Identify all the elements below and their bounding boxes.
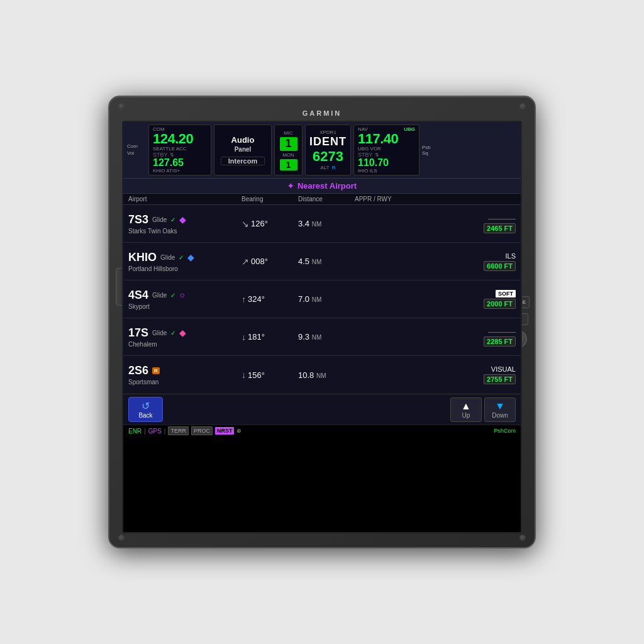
bearing-col: ↘ 126° — [242, 219, 298, 229]
main-screen: ComVol COM 124.20 SEATTLE ACC STBY ⇅ 127… — [122, 121, 522, 533]
appr-dashes: ———— — [488, 214, 516, 222]
soft-badge: SOFT — [496, 290, 516, 297]
table-row[interactable]: 17S Glide ✓ ◆ Chehalem ↓ 181° 9.3 NM ———… — [123, 318, 521, 356]
bearing-arrow: ↑ — [242, 294, 246, 304]
airport-name: Skyport — [128, 303, 242, 310]
airport-id-row: 7S3 Glide ✓ ◆ — [128, 213, 242, 226]
bearing-value: 008° — [251, 257, 268, 266]
appr-ft: 2000 FT — [484, 299, 516, 309]
airport-info: 4S4 Glide ✓ ○ Skyport — [128, 289, 242, 310]
nav-stby-freq: 110.70 — [358, 158, 415, 168]
airport-name: Sportsman — [128, 379, 242, 386]
table-row[interactable]: KHIO Glide ✓ ◆ Portland Hillsboro ↗ 008°… — [123, 243, 521, 280]
status-enr: ENR — [128, 428, 142, 435]
audio-panel-button[interactable]: Audio Panel Intercom — [214, 125, 272, 175]
brand-label: GARMIN — [122, 109, 522, 117]
glide-label: Glide — [152, 330, 167, 336]
distance-value: 7.0 — [298, 294, 309, 304]
airport-info: KHIO Glide ✓ ◆ Portland Hillsboro — [128, 251, 242, 272]
distance-col: 10.8 NM — [298, 370, 355, 380]
airport-name: Portland Hillsboro — [128, 265, 242, 272]
glide-label: Glide — [152, 292, 167, 299]
glide-check: ✓ — [179, 254, 184, 261]
bearing-value: 181° — [248, 332, 265, 341]
nav-buttons: ▲ Up ▼ Down — [450, 397, 516, 422]
screw-br — [519, 535, 526, 541]
col-airport: Airport — [128, 196, 242, 203]
xpdr-alt: ALT R — [321, 165, 336, 170]
appr-type: VISUAL — [491, 365, 516, 373]
down-button[interactable]: ▼ Down — [484, 397, 516, 422]
nm-unit: NM — [312, 221, 322, 228]
appr-ft: 2755 FT — [484, 374, 516, 384]
glide-check: ✓ — [170, 330, 175, 336]
table-row[interactable]: 7S3 Glide ✓ ◆ Starks Twin Oaks ↘ 126° 3.… — [123, 205, 521, 243]
airport-id-row: KHIO Glide ✓ ◆ — [128, 251, 242, 264]
glide-check: ✓ — [170, 216, 175, 223]
nav-stby-station: IHIO ILS — [358, 168, 415, 174]
com-stby-freq: 127.65 — [153, 158, 207, 168]
bearing-arrow: ↗ — [242, 257, 249, 267]
appr-ft: 2285 FT — [484, 336, 516, 347]
com-freq-block[interactable]: COM 124.20 SEATTLE ACC STBY ⇅ 127.65 KHI… — [148, 125, 211, 175]
appr-col: SOFT 2000 FT — [355, 290, 516, 309]
table-row[interactable]: 2S6 R Sportsman ↓ 156° 10.8 NM VISUAL 27… — [123, 356, 521, 394]
nm-unit: NM — [312, 296, 322, 303]
col-appr: APPR / RWY — [355, 196, 516, 203]
nav-station-code: UBG — [404, 126, 415, 132]
bearing-col: ↓ 156° — [242, 370, 298, 380]
down-arrow-icon: ▼ — [495, 401, 505, 412]
table-row[interactable]: 4S4 Glide ✓ ○ Skyport ↑ 324° 7.0 NM SOFT… — [123, 280, 521, 318]
up-arrow-icon: ▲ — [461, 401, 471, 412]
bearing-value: 126° — [251, 219, 268, 228]
table-header: Airport Bearing Distance APPR / RWY — [123, 194, 521, 205]
screw-tl — [118, 103, 125, 109]
airport-id: 4S4 — [128, 289, 148, 302]
nm-unit: NM — [312, 258, 322, 265]
nav-freq-block[interactable]: NAV UBG 117.40 UBG VOR STBY ⇅ 110.70 IHI… — [353, 125, 419, 175]
appr-col: VISUAL 2755 FT — [355, 365, 516, 384]
down-label: Down — [492, 412, 508, 419]
status-gps: GPS — [148, 428, 162, 435]
mon-label: MON — [282, 152, 294, 158]
status-joystick: ⊕ — [236, 428, 242, 434]
bearing-arrow: ↘ — [242, 219, 249, 229]
xpdr-block[interactable]: XPDR1 IDENT 6273 ALT R — [305, 125, 351, 175]
airport-id-row: 2S6 R — [128, 364, 242, 377]
intercom-button[interactable]: Intercom — [221, 157, 265, 165]
xpdr-ident: IDENT — [309, 135, 347, 148]
com-station: SEATTLE ACC — [153, 146, 207, 152]
distance-col: 3.4 NM — [298, 219, 355, 228]
garmin-device: GARMIN HOME ⊕ ComVol COM 124.20 SEATTLE … — [108, 96, 536, 548]
airport-name: Chehalem — [128, 341, 242, 348]
airport-id-row: 17S Glide ✓ ◆ — [128, 326, 242, 340]
com-label-section: ComVol — [127, 125, 146, 175]
nearest-icon: ✦ — [287, 182, 294, 191]
distance-value: 10.8 — [298, 370, 314, 380]
distance-value: 9.3 — [298, 332, 309, 341]
nav-station: UBG VOR — [358, 146, 415, 152]
bearing-arrow: ↓ — [242, 332, 246, 342]
back-button[interactable]: ↺ Back — [128, 397, 163, 422]
bearing-arrow: ↓ — [242, 370, 246, 380]
status-proc: PROC — [191, 426, 213, 435]
airport-id: 2S6 — [128, 364, 148, 377]
appr-ft: 2465 FT — [484, 223, 516, 233]
com-vol-label: ComVol — [127, 143, 146, 157]
distance-value: 4.5 — [298, 257, 309, 266]
status-terr: TERR — [168, 426, 189, 435]
appr-col: ———— 2465 FT — [355, 214, 516, 233]
bearing-value: 156° — [248, 370, 265, 380]
mic-value: 1 — [280, 137, 297, 151]
mon-value: 1 — [280, 159, 297, 170]
header-section: ComVol COM 124.20 SEATTLE ACC STBY ⇅ 127… — [123, 122, 521, 179]
psh-sq-label: PshSq — [422, 145, 431, 156]
up-button[interactable]: ▲ Up — [450, 397, 482, 422]
screw-tr — [519, 103, 526, 109]
distance-col: 9.3 NM — [298, 332, 355, 341]
col-distance: Distance — [298, 196, 355, 203]
appr-dashes: ———— — [488, 328, 516, 335]
airport-info: 2S6 R Sportsman — [128, 364, 242, 386]
com-stby-station: KHIO ATIS+ — [153, 168, 207, 174]
back-label: Back — [138, 412, 152, 419]
